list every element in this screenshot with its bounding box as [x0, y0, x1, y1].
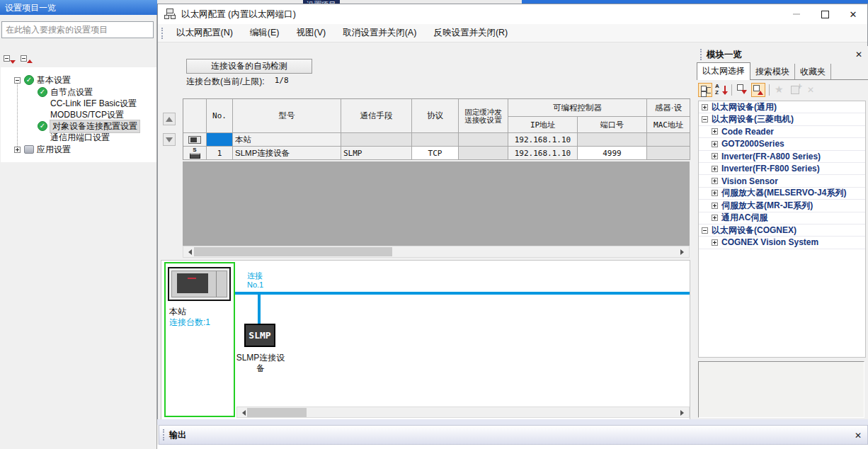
collapse-all-icon[interactable] [736, 83, 750, 97]
module-item-inverter-fr-a800[interactable]: Inverter(FR-A800 Series) [699, 151, 865, 163]
list-display-icon[interactable] [698, 83, 712, 97]
settings-search-input[interactable] [1, 21, 154, 38]
favorite-star-icon[interactable] [773, 83, 787, 97]
row-icon-cell [183, 133, 207, 147]
host-station-area[interactable]: 本站 连接台数:1 [164, 262, 235, 417]
tree-item-modbus-tcp[interactable]: MODBUS/TCP设置 [1, 109, 156, 120]
scroll-left-icon[interactable] [183, 246, 194, 257]
table-cell-no[interactable]: 1 [207, 147, 233, 160]
table-cell-ip[interactable]: 192.168.1.10 [508, 133, 578, 147]
module-item-general-ac-servo[interactable]: 通用AC伺服 [699, 212, 865, 224]
move-row-down-button[interactable] [163, 133, 176, 146]
scroll-left-icon[interactable] [237, 407, 248, 418]
dialog-titlebar[interactable]: 以太网配置 (内置以太网端口) ✕ [158, 4, 867, 24]
module-item-ethernet-general[interactable]: 以太网设备(通用) [699, 101, 865, 113]
plc-image[interactable] [168, 267, 231, 301]
module-item-got2000[interactable]: GOT2000Series [699, 138, 865, 150]
table-cell-port[interactable]: 4999 [578, 147, 647, 160]
expand-icon[interactable] [712, 239, 718, 246]
expand-icon[interactable] [712, 178, 718, 184]
module-item-cognex-vision[interactable]: COGNEX Vision System [699, 237, 865, 249]
expand-icon[interactable] [712, 128, 718, 135]
expand-icon[interactable] [712, 190, 718, 196]
tab-favorites[interactable]: 收藏夹 [795, 64, 831, 79]
scrollbar-thumb[interactable] [194, 247, 392, 256]
connection-count-row: 连接台数(当前/上限): 1/8 [186, 76, 289, 88]
collapse-icon[interactable] [14, 77, 21, 84]
expand-icon[interactable] [712, 203, 718, 209]
maximize-button[interactable] [811, 4, 839, 24]
collapse-icon[interactable] [702, 227, 708, 234]
menu-edit[interactable]: 编辑(E) [241, 24, 288, 42]
expand-all-icon[interactable] [21, 54, 33, 65]
menu-ethernet-configuration[interactable]: 以太网配置(N) [168, 24, 241, 42]
scrollbar-thumb[interactable] [247, 408, 307, 417]
col-header-no: No. [207, 99, 233, 133]
up-arrow-icon [166, 113, 173, 122]
menu-cancel-and-close[interactable]: 取消设置并关闭(A) [334, 24, 425, 42]
table-cell-port [578, 133, 647, 147]
minimize-icon [793, 13, 800, 15]
menu-reflect-and-close[interactable]: 反映设置并关闭(R) [425, 24, 516, 42]
module-list: 以太网设备(通用) 以太网设备(三菱电机) Code Reader GOT200… [698, 101, 866, 358]
group-header-plc: 可编程控制器 [508, 99, 647, 117]
table-cell-communication[interactable]: SLMP [341, 147, 412, 160]
settings-item-list-panel: 设置项目一览 基本设置 自节点设置 CC-Link IEF Basic设置 [0, 0, 157, 449]
expand-icon[interactable] [14, 147, 21, 153]
panel-grip [700, 49, 702, 60]
module-item-vision-sensor[interactable]: Vision Sensor [699, 175, 865, 187]
module-item-melservo-j4[interactable]: 伺服放大器(MELSERVO-J4系列) [699, 188, 865, 200]
minimize-button[interactable] [782, 4, 811, 24]
module-item-inverter-fr-f800[interactable]: Inverter(FR-F800 Series) [699, 163, 865, 175]
tree-toolbar [4, 54, 33, 66]
move-row-up-button[interactable] [163, 113, 176, 125]
table-cell-no[interactable] [207, 133, 233, 147]
collapse-all-icon[interactable] [4, 54, 16, 65]
expand-all-icon[interactable] [751, 83, 765, 97]
sort-az-icon[interactable] [714, 83, 728, 97]
dialog-title: 以太网配置 (内置以太网端口) [181, 8, 296, 21]
diagram-horizontal-scrollbar[interactable] [236, 407, 690, 418]
module-panel-toolbar [697, 81, 868, 98]
slmp-device-node[interactable]: SLMP [244, 324, 275, 347]
module-item-mr-je[interactable]: 伺服放大器(MR-JE系列) [699, 200, 865, 212]
expand-icon[interactable] [712, 153, 718, 159]
table-cell-fixed-buffer [459, 147, 508, 160]
tree-item-application-settings[interactable]: 应用设置 [1, 144, 156, 155]
close-button[interactable]: ✕ [839, 4, 867, 24]
table-cell-ip[interactable]: 192.168.1.10 [508, 147, 578, 160]
menu-view[interactable]: 视图(V) [288, 24, 335, 42]
tree-item-target-device-connection[interactable]: 对象设备连接配置设置 [1, 120, 156, 132]
collapse-icon[interactable] [702, 116, 708, 123]
tab-find-module[interactable]: 搜索模块 [750, 64, 795, 79]
tree-item-communication-port[interactable]: 通信用端口设置 [1, 132, 156, 143]
delete-icon[interactable] [804, 83, 818, 97]
scroll-right-icon[interactable] [678, 246, 689, 257]
device-drop-line [258, 295, 261, 324]
close-icon[interactable] [852, 430, 864, 441]
tree-item-cclink-ief-basic[interactable]: CC-Link IEF Basic设置 [1, 98, 156, 109]
table-cell-model[interactable]: SLMP连接设备 [233, 147, 341, 160]
col-header-mac: MAC地址 [647, 117, 690, 133]
tab-ethernet-selection[interactable]: 以太网选择 [697, 62, 750, 80]
expand-icon[interactable] [712, 215, 718, 221]
module-item-code-reader[interactable]: Code Reader [699, 126, 865, 138]
ethernet-trunk-line [235, 292, 690, 295]
table-horizontal-scrollbar[interactable] [183, 246, 690, 258]
row-icon-cell [183, 147, 207, 160]
expand-icon[interactable] [712, 166, 718, 172]
table-cell-model[interactable]: 本站 [233, 133, 341, 147]
add-to-favorites-icon[interactable] [789, 83, 803, 97]
expand-icon[interactable] [712, 141, 718, 147]
toolbar-separator [769, 84, 770, 96]
auto-detect-button[interactable]: 连接设备的自动检测 [186, 59, 312, 74]
tree-item-own-node-settings[interactable]: 自节点设置 [1, 86, 156, 98]
application-settings-icon [24, 145, 34, 154]
module-item-ethernet-cognex[interactable]: 以太网设备(COGNEX) [699, 224, 865, 237]
close-icon[interactable] [853, 49, 864, 60]
scroll-right-icon[interactable] [678, 407, 689, 418]
tree-item-basic-settings[interactable]: 基本设置 [1, 74, 156, 86]
table-cell-protocol[interactable]: TCP [412, 147, 459, 160]
module-item-ethernet-mitsubishi[interactable]: 以太网设备(三菱电机) [699, 113, 865, 125]
expand-icon[interactable] [702, 104, 708, 110]
